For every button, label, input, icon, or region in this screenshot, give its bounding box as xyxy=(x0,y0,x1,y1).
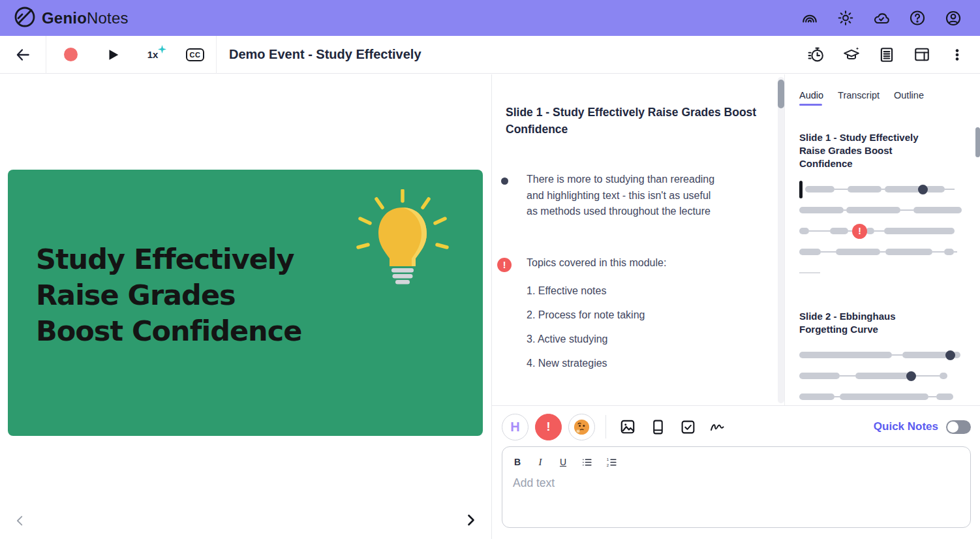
audio-segment-line xyxy=(892,354,902,356)
audio-segment-line xyxy=(821,251,836,253)
bold-button[interactable]: B xyxy=(513,455,522,469)
quick-notes-toggle[interactable] xyxy=(946,420,971,434)
quick-notes-control: Quick Notes xyxy=(874,420,971,434)
learn-graduation-icon[interactable] xyxy=(843,46,860,63)
next-slide-button[interactable] xyxy=(463,511,478,531)
play-button[interactable] xyxy=(95,36,131,74)
back-button[interactable] xyxy=(0,36,46,74)
slide-viewer: Study Effectively Raise Grades Boost Con… xyxy=(0,74,492,539)
note-editor-input[interactable]: Add text xyxy=(513,476,960,509)
record-button[interactable] xyxy=(46,36,95,74)
thinking-face-icon xyxy=(573,418,590,436)
audio-segment-line xyxy=(880,251,885,253)
rainbow-theme-icon[interactable] xyxy=(801,10,818,27)
heading-style-button[interactable]: H xyxy=(502,414,528,440)
sparkle-icon xyxy=(158,45,166,55)
playback-speed-button[interactable]: 1x xyxy=(131,36,174,74)
note-important-row: ! Topics covered in this module: xyxy=(501,255,769,272)
record-dot-icon xyxy=(64,48,78,61)
cloud-sync-icon[interactable] xyxy=(873,10,890,27)
audio-segment-line xyxy=(954,251,957,253)
checklist-button[interactable] xyxy=(679,418,696,435)
account-icon[interactable] xyxy=(945,10,962,27)
important-marker-button[interactable]: ! xyxy=(535,414,562,440)
captions-button[interactable]: CC xyxy=(174,36,216,74)
audio-sidebar: Audio Transcript Outline Slide 1 - Study… xyxy=(784,74,980,405)
brand-name: GenioNotes xyxy=(42,9,129,27)
notes-scrollbar[interactable] xyxy=(778,77,784,403)
note-bullet-text: There is more to studying than rereading… xyxy=(527,172,719,220)
sidebar-scrollbar-thumb[interactable] xyxy=(975,127,980,157)
audio-segment-pill xyxy=(836,249,880,255)
slide-headline: Study Effectively Raise Grades Boost Con… xyxy=(36,241,301,349)
previous-slide-button[interactable] xyxy=(13,512,27,531)
insert-image-button[interactable] xyxy=(619,418,636,435)
audio-segment-pill xyxy=(944,249,954,255)
audio-row[interactable] xyxy=(799,346,962,363)
note-list-item: 1. Effective notes xyxy=(527,285,769,297)
audio-waveform-slide-2[interactable] xyxy=(799,346,962,405)
audio-row[interactable] xyxy=(799,243,962,260)
toggle-knob xyxy=(947,422,958,433)
audio-row[interactable] xyxy=(799,202,962,219)
audio-segment-alert[interactable]: ! xyxy=(852,224,867,239)
audio-waveform-slide-1[interactable]: ! xyxy=(799,181,962,281)
brightness-icon[interactable] xyxy=(837,10,854,27)
layout-panels-icon[interactable] xyxy=(913,46,930,63)
tab-audio[interactable]: Audio xyxy=(799,90,823,106)
slide-headline-line: Raise Grades xyxy=(36,277,301,313)
audio-row[interactable] xyxy=(799,388,962,405)
bullet-list-button[interactable] xyxy=(581,455,592,469)
help-icon[interactable] xyxy=(909,10,926,27)
audio-segment-dot[interactable] xyxy=(945,350,955,360)
cc-icon: CC xyxy=(186,48,205,61)
brand[interactable]: GenioNotes xyxy=(13,5,129,31)
app-header: GenioNotes xyxy=(0,0,980,36)
audio-segment-pill xyxy=(940,373,947,379)
numbered-list-button[interactable]: 1 2 xyxy=(606,455,617,469)
audio-segment-pill xyxy=(799,207,844,213)
audio-section-title-slide-2: Slide 2 - Ebbinghaus Forgetting Curve xyxy=(799,310,938,336)
heading-style-label: H xyxy=(510,420,519,435)
notes-document-icon[interactable] xyxy=(878,46,895,63)
signature-scribble-button[interactable] xyxy=(709,418,726,435)
lightbulb-illustration xyxy=(354,189,452,304)
audio-row[interactable] xyxy=(799,181,962,198)
audio-row[interactable] xyxy=(799,367,962,384)
audio-segment-pill xyxy=(902,352,948,358)
important-marker-icon: ! xyxy=(547,420,551,434)
svg-text:2: 2 xyxy=(607,463,609,467)
audio-segment-pill xyxy=(799,352,892,358)
audio-segment-dot[interactable] xyxy=(918,185,928,194)
audio-segment-pill xyxy=(799,228,809,234)
note-numbered-list: 1. Effective notes 2. Process for note t… xyxy=(501,285,769,369)
audio-segment-dot[interactable] xyxy=(906,371,916,381)
flashcard-button[interactable] xyxy=(649,418,666,435)
composer-toolbar: H ! xyxy=(502,413,971,440)
audio-row[interactable]: ! xyxy=(799,223,962,239)
audio-segment-pill xyxy=(885,249,932,255)
italic-button[interactable]: I xyxy=(536,455,545,469)
slide-notes-panel: Slide 1 - Study Effectively Raise Grades… xyxy=(492,74,784,405)
kebab-menu-icon[interactable] xyxy=(949,46,966,63)
audio-segment-pill xyxy=(885,186,921,192)
tab-outline[interactable]: Outline xyxy=(894,90,924,106)
audio-segment-pill xyxy=(840,393,928,400)
audio-segment-pill xyxy=(799,373,840,379)
timer-icon[interactable] xyxy=(808,46,825,63)
tab-transcript[interactable]: Transcript xyxy=(838,90,880,106)
quick-notes-label[interactable]: Quick Notes xyxy=(874,420,938,433)
play-icon xyxy=(106,48,120,62)
underline-button[interactable]: U xyxy=(559,455,568,469)
note-list-item: 3. Active studying xyxy=(527,333,769,345)
audio-row[interactable] xyxy=(799,264,962,281)
slide-canvas: Study Effectively Raise Grades Boost Con… xyxy=(8,170,483,436)
brand-light: Notes xyxy=(87,9,129,27)
audio-segment-cursor[interactable] xyxy=(799,181,803,198)
notes-scrollbar-thumb[interactable] xyxy=(778,80,784,108)
note-list-item: 4. New strategies xyxy=(527,358,769,369)
audio-segment-line xyxy=(835,189,848,190)
thinking-emoji-button[interactable] xyxy=(568,414,595,440)
audio-segment-pill xyxy=(848,186,881,192)
app-window: GenioNotes xyxy=(0,0,980,539)
